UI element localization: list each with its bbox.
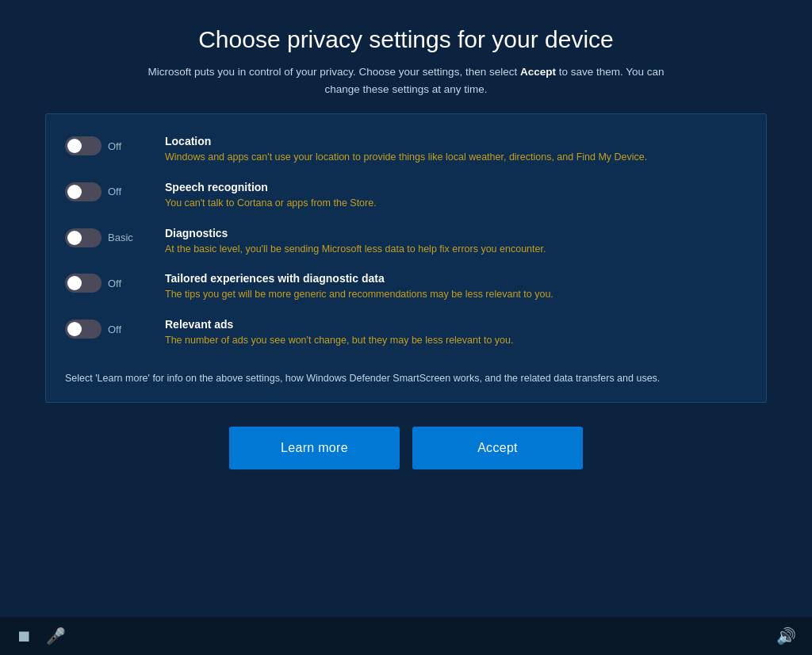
setting-title-tailored: Tailored experiences with diagnostic dat… (165, 272, 747, 285)
toggle-diagnostics[interactable] (65, 228, 102, 247)
setting-title-ads: Relevant ads (165, 318, 747, 331)
setting-title-location: Location (165, 135, 747, 147)
subtitle: Microsoft puts you in control of your pr… (136, 63, 676, 98)
header-section: Choose privacy settings for your device … (0, 0, 812, 113)
setting-row-diagnostics: Basic Diagnostics At the basic level, yo… (65, 219, 747, 265)
toggle-tailored[interactable] (65, 274, 102, 293)
taskbar-right: 🔊 (776, 626, 796, 645)
volume-icon[interactable]: 🔊 (776, 627, 796, 645)
setting-desc-tailored: The tips you get will be more generic an… (165, 287, 747, 302)
accept-emphasis: Accept (520, 66, 556, 78)
setting-title-speech: Speech recognition (165, 181, 747, 193)
toggle-speech[interactable] (65, 182, 102, 201)
setting-content-ads: Relevant ads The number of ads you see w… (165, 318, 747, 348)
toggle-container-speech: Off (65, 181, 152, 201)
toggle-label-location: Off (108, 140, 121, 152)
setting-row-tailored: Off Tailored experiences with diagnostic… (65, 264, 747, 310)
setting-content-tailored: Tailored experiences with diagnostic dat… (165, 272, 747, 302)
setting-row-speech: Off Speech recognition You can't talk to… (65, 173, 747, 219)
page-title: Choose privacy settings for your device (48, 25, 764, 54)
setting-content-diagnostics: Diagnostics At the basic level, you'll b… (165, 227, 747, 257)
setting-desc-diagnostics: At the basic level, you'll be sending Mi… (165, 242, 747, 257)
taskbar-left: ⏹ 🎤 (16, 626, 66, 645)
setting-title-diagnostics: Diagnostics (165, 227, 747, 239)
toggle-container-ads: Off (65, 318, 152, 339)
setting-desc-ads: The number of ads you see won't change, … (165, 333, 747, 348)
setting-content-location: Location Windows and apps can't use your… (165, 135, 747, 165)
restart-icon[interactable]: ⏹ (16, 627, 32, 645)
learn-more-button[interactable]: Learn more (229, 427, 400, 469)
subtitle-text1: Microsoft puts you in control of your pr… (147, 66, 519, 78)
toggle-label-tailored: Off (108, 278, 121, 289)
toggle-container-location: Off (65, 135, 152, 155)
toggle-label-speech: Off (108, 186, 121, 197)
setting-desc-speech: You can't talk to Cortana or apps from t… (165, 196, 747, 211)
toggle-container-diagnostics: Basic (65, 227, 152, 247)
toggle-ads[interactable] (65, 320, 102, 339)
toggle-label-ads: Off (108, 324, 121, 335)
button-row: Learn more Accept (0, 427, 812, 469)
info-text: Select 'Learn more' for info on the abov… (65, 367, 747, 386)
toggle-label-diagnostics: Basic (108, 232, 133, 243)
toggle-container-tailored: Off (65, 272, 152, 293)
setting-content-speech: Speech recognition You can't talk to Cor… (165, 181, 747, 211)
setting-row-location: Off Location Windows and apps can't use … (65, 127, 747, 173)
setting-desc-location: Windows and apps can't use your location… (165, 150, 747, 165)
toggle-location[interactable] (65, 136, 102, 155)
taskbar: ⏹ 🎤 🔊 (0, 617, 812, 655)
microphone-icon[interactable]: 🎤 (46, 626, 66, 645)
settings-panel: Off Location Windows and apps can't use … (45, 113, 767, 403)
accept-button[interactable]: Accept (412, 427, 583, 469)
setting-row-ads: Off Relevant ads The number of ads you s… (65, 310, 747, 356)
